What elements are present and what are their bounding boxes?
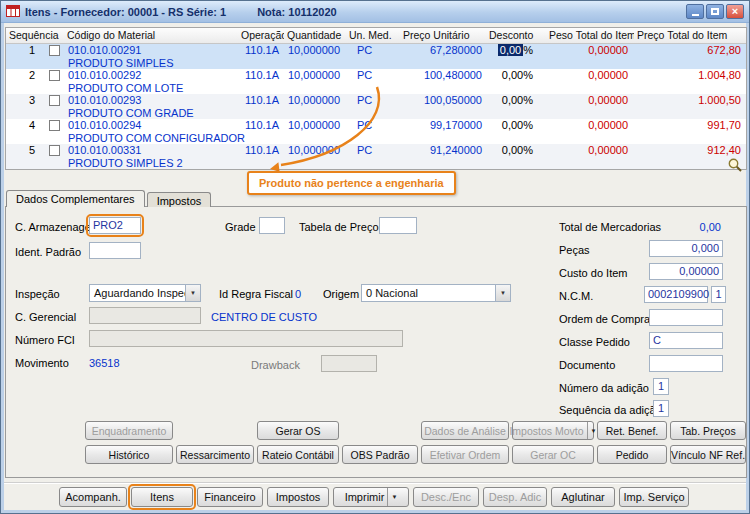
total-mercadorias-value: 0,00 <box>649 221 721 233</box>
movimento-value: 36518 <box>89 357 120 369</box>
pecas-label: Peças <box>559 244 590 256</box>
row-discount: 0,00% <box>486 94 546 107</box>
ordem-compra-label: Ordem de Compra <box>559 313 650 325</box>
row-material-name: PRODUTO SIMPLES 2 <box>64 157 746 169</box>
seq-adicao-field[interactable]: 1 <box>653 400 669 417</box>
row-material-code: 010.010.00291 <box>64 44 238 57</box>
total-mercadorias-label: Total de Mercadorias <box>559 221 661 233</box>
tabela-preco-field[interactable] <box>379 217 417 234</box>
gerar-os-button[interactable]: Gerar OS <box>257 421 339 440</box>
grade-field[interactable] <box>259 217 285 234</box>
header-quantidade[interactable]: Quantidade <box>284 28 346 43</box>
dropdown-arrow-icon[interactable]: ▼ <box>387 488 400 506</box>
pecas-field[interactable]: 0,000 <box>649 240 723 257</box>
documento-field[interactable] <box>649 355 723 372</box>
table-row[interactable]: 4 010.010.00294 110.1A 10,000000 PC 99,1… <box>6 119 746 144</box>
row-unit-price: 67,280000 <box>400 44 486 57</box>
ncm-field[interactable]: 0002109900 <box>644 286 708 303</box>
tabbar: Dados Complementares Impostos <box>6 190 213 207</box>
button-label: Impostos Movto <box>506 425 586 437</box>
ressarcimento-button[interactable]: Ressarcimento <box>176 445 254 464</box>
imprimir-button[interactable]: Imprimir▼ <box>333 487 409 507</box>
header-desconto[interactable]: Desconto <box>486 28 546 43</box>
tab-impostos[interactable]: Impostos <box>147 192 212 207</box>
table-row[interactable]: 5 010.010.00331 110.1A 10,000000 PC 91,2… <box>6 144 746 169</box>
ret-benef-button[interactable]: Ret. Benef. <box>597 421 667 440</box>
row-unit-price: 99,170000 <box>400 119 486 132</box>
row-operation: 110.1A <box>238 119 284 132</box>
header-preco-unitario[interactable]: Preço Unitário <box>400 28 486 43</box>
row-checkbox[interactable] <box>49 45 60 56</box>
inspecao-select[interactable]: Aguardando Inspeção ▼ <box>89 284 201 302</box>
tab-dados-complementares[interactable]: Dados Complementares <box>6 190 145 207</box>
ncm-label: N.C.M. <box>559 290 593 302</box>
minimize-button[interactable] <box>686 4 704 19</box>
row-discount-value: 0,00 <box>502 144 523 156</box>
row-checkbox[interactable] <box>49 120 60 131</box>
row-discount: 0,00% <box>486 144 546 157</box>
header-un-med[interactable]: Un. Med. <box>346 28 400 43</box>
table-row[interactable]: 1 010.010.00291 110.1A 10,000000 PC 67,2… <box>6 44 746 69</box>
ncm-ex-field[interactable]: 1 <box>711 286 726 303</box>
row-total-price: 1.004,80 <box>634 69 746 82</box>
button-label: Imp. Serviço <box>620 491 687 503</box>
row-checkbox[interactable] <box>49 145 60 156</box>
numero-fci-label: Número FCI <box>15 334 75 346</box>
classe-pedido-field[interactable]: C <box>649 332 723 349</box>
pedido-button[interactable]: Pedido <box>597 445 667 464</box>
chevron-down-icon[interactable]: ▼ <box>495 285 510 301</box>
zoom-icon[interactable] <box>727 157 743 173</box>
actions-row-1: EnquadramentoGerar OSDados de AnáliseImp… <box>85 421 746 440</box>
ordem-compra-field[interactable] <box>649 309 723 326</box>
row-quantity: 10,000000 <box>284 119 346 132</box>
acompanh-button[interactable]: Acompanh. <box>59 487 127 507</box>
header-codigo[interactable]: Código do Material <box>64 28 238 43</box>
row-checkbox[interactable] <box>49 95 60 106</box>
chevron-down-icon[interactable]: ▼ <box>185 285 200 301</box>
row-sequence: 2 <box>6 69 44 82</box>
button-label: Vínculo NF Ref. <box>668 449 748 461</box>
row-checkbox[interactable] <box>49 70 60 81</box>
header-operacao[interactable]: Operação <box>238 28 284 43</box>
button-label: Imprimir <box>342 491 388 503</box>
button-label: Gerar OS <box>273 425 324 437</box>
origem-select[interactable]: 0 Nacional ▼ <box>361 284 511 302</box>
ident-padrao-field[interactable] <box>89 242 141 259</box>
row-operation: 110.1A <box>238 69 284 82</box>
row-total-price: 1.000,50 <box>634 94 746 107</box>
numero-adicao-field[interactable]: 1 <box>653 378 669 395</box>
header-peso-total[interactable]: Peso Total do Item <box>546 28 634 43</box>
button-label: Pedido <box>613 449 652 461</box>
maximize-icon <box>711 8 719 15</box>
c-armazenagem-field[interactable]: PRO2 <box>89 217 141 234</box>
obs-padrao-button[interactable]: OBS Padrão <box>342 445 418 464</box>
tab-precos-button[interactable]: Tab. Preços <box>670 421 746 440</box>
close-button[interactable]: × <box>726 4 744 19</box>
itens-button[interactable]: Itens <box>131 487 193 507</box>
row-sequence: 3 <box>6 94 44 107</box>
header-sequencia[interactable]: Sequência <box>6 28 64 43</box>
aglutinar-button[interactable]: Aglutinar <box>551 487 615 507</box>
gerar-oc-button: Gerar OC <box>512 445 594 464</box>
row-total-weight: 0,00000 <box>546 144 634 157</box>
impostos-button[interactable]: Impostos <box>267 487 329 507</box>
titlebar[interactable]: Itens - Fornecedor: 00001 - RS Série: 1 … <box>1 1 749 23</box>
historico-button[interactable]: Histórico <box>85 445 173 464</box>
desc-enc-button: Desc./Enc <box>413 487 479 507</box>
impostos-movto-button: Impostos Movto▼ <box>512 421 594 440</box>
row-discount: 0,00% <box>486 44 546 57</box>
documento-label: Documento <box>559 359 615 371</box>
row-unit-measure: PC <box>346 69 400 82</box>
table-row[interactable]: 3 010.010.00293 110.1A 10,000000 PC 100,… <box>6 94 746 119</box>
rateio-contabil-button[interactable]: Rateio Contábil <box>257 445 339 464</box>
imp-servico-button[interactable]: Imp. Serviço <box>619 487 689 507</box>
table-row[interactable]: 2 010.010.00292 110.1A 10,000000 PC 100,… <box>6 69 746 94</box>
grid-rows: 1 010.010.00291 110.1A 10,000000 PC 67,2… <box>6 44 746 169</box>
row-sequence: 4 <box>6 119 44 132</box>
header-preco-total[interactable]: Preço Total do Item <box>634 28 746 43</box>
custo-item-field[interactable]: 0,00000 <box>649 263 723 280</box>
row-checkbox-cell <box>44 44 64 57</box>
financeiro-button[interactable]: Financeiro <box>197 487 263 507</box>
maximize-button[interactable] <box>706 4 724 19</box>
vinculo-nf-ref-button[interactable]: Vínculo NF Ref. <box>670 445 746 464</box>
